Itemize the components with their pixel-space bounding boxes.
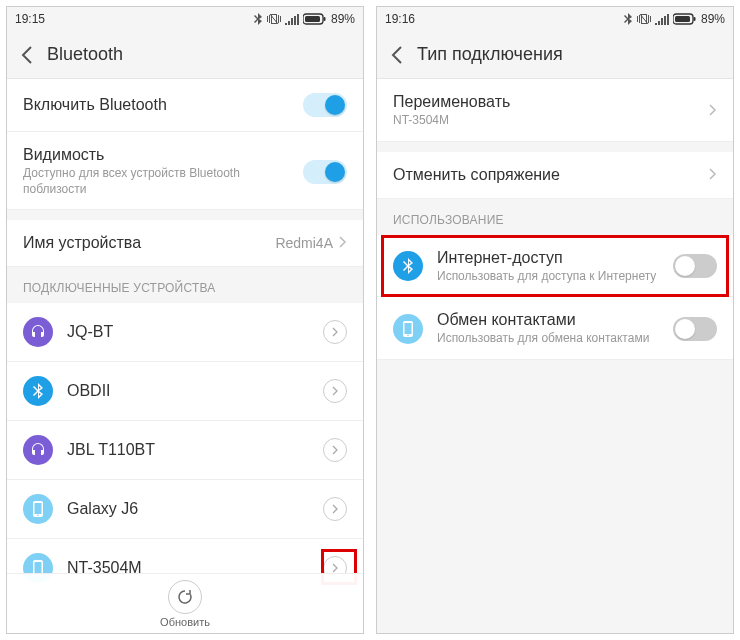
row-title: Отменить сопряжение bbox=[393, 166, 709, 184]
device-detail-button[interactable] bbox=[323, 320, 347, 344]
refresh-label: Обновить bbox=[160, 616, 210, 628]
svg-rect-15 bbox=[405, 323, 412, 334]
chevron-right-icon bbox=[709, 166, 717, 184]
svg-rect-8 bbox=[35, 562, 42, 573]
page-title: Bluetooth bbox=[47, 44, 123, 65]
svg-point-16 bbox=[407, 334, 409, 336]
headset-icon bbox=[23, 435, 53, 465]
device-row[interactable]: Galaxy J6 bbox=[7, 480, 363, 539]
titlebar: Bluetooth bbox=[7, 31, 363, 79]
row-internet-access[interactable]: Интернет-доступ Использовать для доступа… bbox=[377, 235, 733, 298]
back-button[interactable] bbox=[15, 43, 39, 67]
bluetooth-device-icon bbox=[23, 376, 53, 406]
svg-rect-5 bbox=[35, 503, 42, 514]
titlebar: Тип подключения bbox=[377, 31, 733, 79]
status-time: 19:15 bbox=[15, 12, 45, 26]
phone-right: 19:16 89% Тип подключения Переименовать … bbox=[376, 6, 734, 634]
statusbar: 19:15 89% bbox=[7, 7, 363, 31]
row-unpair[interactable]: Отменить сопряжение bbox=[377, 152, 733, 199]
row-title: Переименовать bbox=[393, 93, 709, 111]
page-title: Тип подключения bbox=[417, 44, 563, 65]
row-title: Интернет-доступ bbox=[437, 249, 673, 267]
status-icons: 89% bbox=[253, 12, 355, 26]
device-detail-button[interactable] bbox=[323, 438, 347, 462]
row-sub: Использовать для доступа к Интернету bbox=[437, 269, 673, 285]
svg-rect-3 bbox=[323, 17, 325, 21]
section-connected-devices: ПОДКЛЮЧЕННЫЕ УСТРОЙСТВА bbox=[7, 267, 363, 303]
device-detail-button[interactable] bbox=[323, 497, 347, 521]
toggle-internet-access[interactable] bbox=[673, 254, 717, 278]
signal-icon bbox=[285, 14, 299, 25]
vibrate-icon bbox=[637, 13, 651, 25]
device-name: Galaxy J6 bbox=[67, 500, 323, 518]
device-detail-button[interactable] bbox=[323, 379, 347, 403]
device-row[interactable]: JQ-BT bbox=[7, 303, 363, 362]
device-name: JQ-BT bbox=[67, 323, 323, 341]
status-icons: 89% bbox=[623, 12, 725, 26]
device-row[interactable]: JBL T110BT bbox=[7, 421, 363, 480]
section-usage: ИСПОЛЬЗОВАНИЕ bbox=[377, 199, 733, 235]
chevron-right-icon bbox=[709, 102, 717, 120]
svg-rect-2 bbox=[305, 16, 320, 22]
device-name-value: Redmi4A bbox=[275, 235, 333, 251]
content: Переименовать NT-3504M Отменить сопряжен… bbox=[377, 79, 733, 633]
battery-icon bbox=[303, 13, 327, 25]
svg-point-6 bbox=[37, 515, 39, 517]
bluetooth-icon bbox=[393, 251, 423, 281]
status-time: 19:16 bbox=[385, 12, 415, 26]
bluetooth-icon bbox=[623, 13, 633, 25]
headset-icon bbox=[23, 317, 53, 347]
row-title: Обмен контактами bbox=[437, 311, 673, 329]
row-device-name[interactable]: Имя устройства Redmi4A bbox=[7, 220, 363, 267]
device-row[interactable]: OBDII bbox=[7, 362, 363, 421]
refresh-icon bbox=[168, 580, 202, 614]
device-name: JBL T110BT bbox=[67, 441, 323, 459]
row-enable-bluetooth[interactable]: Включить Bluetooth bbox=[7, 79, 363, 132]
vibrate-icon bbox=[267, 13, 281, 25]
chevron-right-icon bbox=[339, 234, 347, 252]
row-title: Видимость bbox=[23, 146, 303, 164]
bluetooth-icon bbox=[253, 13, 263, 25]
svg-rect-12 bbox=[675, 16, 690, 22]
battery-percent: 89% bbox=[331, 12, 355, 26]
phone-device-icon bbox=[393, 314, 423, 344]
row-title: Включить Bluetooth bbox=[23, 96, 303, 114]
refresh-button[interactable]: Обновить bbox=[7, 573, 363, 633]
toggle-contact-sharing[interactable] bbox=[673, 317, 717, 341]
toggle-visibility[interactable] bbox=[303, 160, 347, 184]
back-button[interactable] bbox=[385, 43, 409, 67]
row-rename[interactable]: Переименовать NT-3504M bbox=[377, 79, 733, 142]
statusbar: 19:16 89% bbox=[377, 7, 733, 31]
row-sub: NT-3504M bbox=[393, 113, 709, 129]
row-visibility[interactable]: Видимость Доступно для всех устройств Bl… bbox=[7, 132, 363, 210]
row-sub: Доступно для всех устройств Bluetooth по… bbox=[23, 166, 303, 197]
toggle-enable-bluetooth[interactable] bbox=[303, 93, 347, 117]
battery-percent: 89% bbox=[701, 12, 725, 26]
battery-icon bbox=[673, 13, 697, 25]
row-contact-sharing[interactable]: Обмен контактами Использовать для обмена… bbox=[377, 297, 733, 360]
svg-rect-13 bbox=[693, 17, 695, 21]
row-title: Имя устройства bbox=[23, 234, 275, 252]
signal-icon bbox=[655, 14, 669, 25]
row-sub: Использовать для обмена контактами bbox=[437, 331, 673, 347]
phone-device-icon bbox=[23, 494, 53, 524]
phone-left: 19:15 89% Bluetooth Включить Bluetooth В… bbox=[6, 6, 364, 634]
device-name: OBDII bbox=[67, 382, 323, 400]
content: Включить Bluetooth Видимость Доступно дл… bbox=[7, 79, 363, 633]
